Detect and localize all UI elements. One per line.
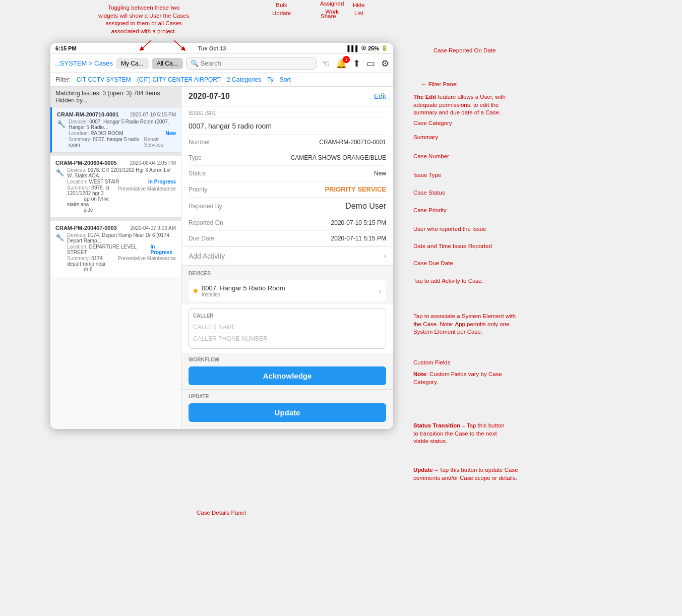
add-activity-label: Add Activity	[189, 252, 225, 260]
devices-section: DEVICES 0007. Hangar 5 Radio Room Instal…	[181, 266, 393, 304]
annotation-case-category: Case Category	[413, 119, 452, 128]
search-input[interactable]	[201, 59, 312, 67]
settings-icon[interactable]: ⚙	[381, 58, 389, 69]
priority-label: Priority	[189, 186, 207, 193]
annotation-share: Share	[321, 13, 336, 21]
annotation-issue-type: Issue Type	[413, 171, 441, 179]
status-value: New	[374, 170, 386, 177]
annotation-case-status: Case Status	[413, 189, 445, 197]
battery-label: 25%	[368, 45, 379, 51]
my-cases-button[interactable]: My Ca...	[116, 58, 149, 69]
annotation-custom-fields: Custom Fields	[413, 359, 451, 367]
case-2-devices: Devices: 0978. CR 1201/1202 Hgr 3 Apron …	[67, 167, 176, 178]
device-status-label: Installed	[202, 292, 285, 297]
annotation-filter-panel: ← Filter Panel	[421, 81, 458, 89]
chevron-right-icon: ›	[384, 252, 386, 260]
search-icon: 🔍	[191, 59, 199, 67]
signal-icon: ▌▌▌	[348, 45, 359, 51]
phone-frame: 6:15 PM Tue Oct 13 ▌▌▌ ⦾ 25% 🔋 ...SYSTEM…	[50, 43, 393, 429]
filter-sort[interactable]: Sort	[280, 76, 291, 83]
annotation-case-number: Case Number	[413, 153, 449, 161]
filter-categories[interactable]: 2 Categories	[227, 76, 261, 83]
case-1-summary: Summary: 0007. hangar 5 radio room Repai…	[69, 137, 176, 148]
case-item-3[interactable]: CRAM-PM-200407-0003 2020-04-07 9:03 AM 🔧…	[50, 221, 181, 277]
number-value: CRAM-RM-200710-0001	[319, 139, 386, 146]
case-2-location: Location: WEST STAIR In Progress	[67, 179, 176, 184]
caller-section: CALLER CALLER NAME CALLER PHONE NUMBER	[189, 309, 386, 349]
priority-row: Priority PRIORITY SERVICE	[189, 181, 386, 198]
case-item-3-header: CRAM-PM-200407-0003 2020-04-07 9:03 AM	[55, 225, 176, 231]
due-date-value: 2020-07-11 5:15 PM	[331, 235, 386, 242]
issue-type-label: ISSUE (SR)	[189, 106, 386, 118]
acknowledge-button[interactable]: Acknowledge	[189, 366, 386, 385]
annotation-hide-list: HideList	[353, 2, 365, 17]
case-2-details: Devices: 0978. CR 1201/1202 Hgr 3 Apron …	[67, 167, 176, 213]
update-section: UPDATE Update	[181, 389, 393, 429]
caller-name-field[interactable]: CALLER NAME	[193, 322, 382, 333]
status-time: 6:15 PM	[55, 45, 77, 51]
case-1-wrench-icon: 🔧	[57, 120, 66, 128]
filter-cctv[interactable]: CIT CCTV SYSTEM	[77, 76, 131, 83]
reported-by-value: Demo User	[345, 202, 386, 211]
edit-button[interactable]: Edit	[374, 92, 386, 100]
case-1-row: 🔧 Devices: 0007. Hangar 5 Radio Room (00…	[57, 119, 176, 148]
due-date-row: Due Date 2020-07-11 5:15 PM	[189, 231, 386, 247]
due-date-label: Due Date	[189, 235, 214, 242]
toolbar-icons: ☜ 🔔 1 ⬆ ▭ ⚙	[322, 58, 389, 69]
device-chevron-icon: ›	[379, 287, 381, 295]
battery-icon: 🔋	[381, 45, 388, 51]
case-2-wrench-icon: 🔧	[55, 168, 64, 176]
status-row: Status New	[189, 166, 386, 181]
case-item-1-header: CRAM-RM-200710-0001 2020-07-10 5:15 PM	[57, 111, 176, 117]
toggle-list-icon[interactable]: ▭	[366, 58, 375, 69]
list-panel: Matching Issues: 3 (open: 3) 784 Items H…	[50, 87, 181, 429]
case-2-id: CRAM-PM-200604-0005	[55, 160, 117, 166]
update-button[interactable]: Update	[189, 403, 386, 422]
case-item-1[interactable]: CRAM-RM-200710-0001 2020-07-10 5:15 PM 🔧…	[50, 107, 181, 153]
number-label: Number	[189, 139, 210, 146]
notification-badge: 1	[343, 56, 350, 63]
hand-icon[interactable]: ☜	[322, 58, 330, 69]
case-3-details: Devices: 0174. Depart Ramp Near Dr 6 (01…	[67, 232, 176, 273]
case-1-devices: Devices: 0007. Hangar 5 Radio Room (0007…	[69, 119, 176, 130]
issue-section: ISSUE (SR) 0007. hangar 5 radio room Num…	[181, 106, 393, 247]
case-3-date: 2020-04-07 9:03 AM	[130, 225, 176, 231]
detail-date: 2020-07-10	[189, 92, 230, 101]
annotation-reported-on: Date and Time Issue Reported	[413, 242, 492, 251]
case-3-wrench-icon: 🔧	[55, 233, 64, 241]
case-1-id: CRAM-RM-200710-0001	[57, 111, 118, 117]
case-3-row: 🔧 Devices: 0174. Depart Ramp Near Dr 6 (…	[55, 232, 176, 273]
case-item-2-header: CRAM-PM-200604-0005 2020-06-04 2:05 PM	[55, 160, 176, 166]
annotation-summary: Summary	[413, 134, 438, 142]
nav-bar: ...SYSTEM > Cases My Ca... All Ca... 🔍 ☜…	[50, 54, 393, 73]
case-1-details: Devices: 0007. Hangar 5 Radio Room (0007…	[69, 119, 176, 148]
case-1-date: 2020-07-10 5:15 PM	[130, 112, 176, 117]
case-item-2[interactable]: CRAM-PM-200604-0005 2020-06-04 2:05 PM 🔧…	[50, 156, 181, 218]
device-item[interactable]: 0007. Hangar 5 Radio Room Installed ›	[189, 280, 386, 301]
annotation-device: Tap to associate a System Element withth…	[413, 313, 516, 336]
device-left: 0007. Hangar 5 Radio Room Installed	[194, 284, 285, 297]
all-cases-button[interactable]: All Ca...	[152, 58, 183, 69]
annotation-bulk-update: BulkUpdate	[272, 2, 291, 17]
bulk-update-icon[interactable]: 🔔 1	[336, 58, 347, 69]
share-icon[interactable]: ⬆	[353, 58, 360, 69]
search-box: 🔍	[186, 57, 317, 70]
caller-phone-field[interactable]: CALLER PHONE NUMBER	[193, 333, 382, 344]
reported-on-row: Reported On 2020-07-10 5:15 PM	[189, 215, 386, 231]
update-title: UPDATE	[189, 394, 386, 399]
annotation-case-priority: Case Priority	[413, 207, 447, 215]
filter-airport[interactable]: (CIT) CITY CENTER AIRPORT	[137, 76, 221, 83]
device-status-dot	[194, 289, 198, 293]
breadcrumb[interactable]: ...SYSTEM > Cases	[54, 59, 113, 67]
case-2-summary: Summary: 0978. cr 1201/1202 hgr 3 apron …	[67, 185, 176, 213]
reported-on-label: Reported On	[189, 219, 223, 226]
workflow-title: WORKFLOW	[189, 357, 386, 362]
add-activity-row[interactable]: Add Activity ›	[181, 247, 393, 266]
filter-ty[interactable]: Ty	[267, 76, 274, 83]
filter-label: Filter:	[55, 76, 71, 83]
status-label: Status	[189, 170, 206, 177]
case-2-date: 2020-06-04 2:05 PM	[130, 160, 176, 166]
devices-title: DEVICES	[189, 269, 386, 278]
status-icons: ▌▌▌ ⦾ 25% 🔋	[348, 45, 388, 51]
annotation-add-activity: Tap to add Activity to Case.	[413, 277, 483, 285]
